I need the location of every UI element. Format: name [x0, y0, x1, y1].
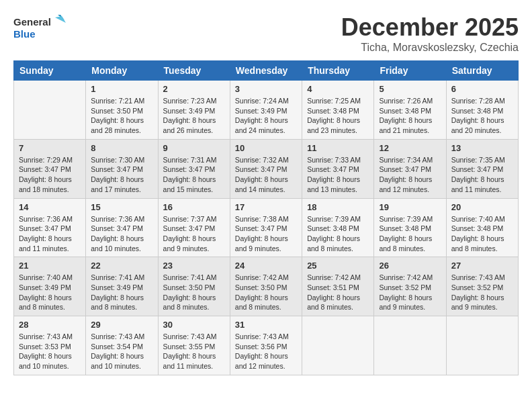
- day-number: 24: [235, 261, 297, 271]
- day-cell: 15 Sunrise: 7:36 AMSunset: 3:47 PMDaylig…: [86, 198, 158, 257]
- day-cell: 24 Sunrise: 7:42 AMSunset: 3:50 PMDaylig…: [230, 257, 302, 316]
- day-number: 28: [19, 320, 81, 330]
- day-number: 5: [379, 84, 441, 94]
- day-cell: 10 Sunrise: 7:32 AMSunset: 3:47 PMDaylig…: [230, 139, 302, 198]
- day-info: Sunrise: 7:42 AMSunset: 3:52 PMDaylight:…: [379, 273, 441, 312]
- day-cell: 29 Sunrise: 7:43 AMSunset: 3:54 PMDaylig…: [86, 316, 158, 375]
- day-cell: [14, 81, 86, 140]
- day-number: 14: [19, 202, 81, 212]
- day-info: Sunrise: 7:37 AMSunset: 3:47 PMDaylight:…: [163, 214, 225, 254]
- day-number: 19: [379, 202, 441, 212]
- day-cell: 22 Sunrise: 7:41 AMSunset: 3:49 PMDaylig…: [86, 257, 158, 316]
- day-info: Sunrise: 7:43 AMSunset: 3:52 PMDaylight:…: [451, 273, 513, 312]
- day-number: 11: [307, 143, 369, 153]
- day-number: 27: [451, 261, 513, 271]
- day-cell: 21 Sunrise: 7:40 AMSunset: 3:49 PMDaylig…: [14, 257, 86, 316]
- day-cell: 1 Sunrise: 7:21 AMSunset: 3:50 PMDayligh…: [86, 81, 158, 140]
- header-friday: Friday: [374, 61, 446, 81]
- day-info: Sunrise: 7:31 AMSunset: 3:47 PMDaylight:…: [163, 155, 225, 195]
- day-cell: 19 Sunrise: 7:39 AMSunset: 3:48 PMDaylig…: [374, 198, 446, 257]
- header-row: Sunday Monday Tuesday Wednesday Thursday…: [14, 61, 519, 81]
- day-cell: 20 Sunrise: 7:40 AMSunset: 3:48 PMDaylig…: [446, 198, 518, 257]
- day-cell: 6 Sunrise: 7:28 AMSunset: 3:48 PMDayligh…: [446, 81, 518, 140]
- day-info: Sunrise: 7:36 AMSunset: 3:47 PMDaylight:…: [19, 214, 81, 254]
- day-number: 12: [379, 143, 441, 153]
- day-cell: 9 Sunrise: 7:31 AMSunset: 3:47 PMDayligh…: [158, 139, 230, 198]
- day-info: Sunrise: 7:29 AMSunset: 3:47 PMDaylight:…: [19, 155, 81, 195]
- day-info: Sunrise: 7:36 AMSunset: 3:47 PMDaylight:…: [91, 214, 152, 254]
- day-number: 8: [91, 143, 152, 153]
- day-info: Sunrise: 7:26 AMSunset: 3:48 PMDaylight:…: [379, 96, 441, 136]
- day-info: Sunrise: 7:43 AMSunset: 3:53 PMDaylight:…: [19, 332, 81, 371]
- day-number: 13: [451, 143, 513, 153]
- day-cell: 17 Sunrise: 7:38 AMSunset: 3:47 PMDaylig…: [230, 198, 302, 257]
- day-number: 23: [163, 261, 225, 271]
- day-info: Sunrise: 7:40 AMSunset: 3:48 PMDaylight:…: [451, 214, 513, 254]
- day-info: Sunrise: 7:43 AMSunset: 3:55 PMDaylight:…: [163, 332, 225, 371]
- week-row-5: 28 Sunrise: 7:43 AMSunset: 3:53 PMDaylig…: [14, 316, 519, 375]
- day-cell: 16 Sunrise: 7:37 AMSunset: 3:47 PMDaylig…: [158, 198, 230, 257]
- week-row-3: 14 Sunrise: 7:36 AMSunset: 3:47 PMDaylig…: [14, 198, 519, 257]
- day-cell: 11 Sunrise: 7:33 AMSunset: 3:47 PMDaylig…: [302, 139, 374, 198]
- day-info: Sunrise: 7:33 AMSunset: 3:47 PMDaylight:…: [307, 155, 369, 195]
- day-cell: [302, 316, 374, 375]
- day-cell: 2 Sunrise: 7:23 AMSunset: 3:49 PMDayligh…: [158, 81, 230, 140]
- day-cell: 18 Sunrise: 7:39 AMSunset: 3:48 PMDaylig…: [302, 198, 374, 257]
- day-number: 10: [235, 143, 297, 153]
- day-info: Sunrise: 7:32 AMSunset: 3:47 PMDaylight:…: [235, 155, 297, 195]
- header-thursday: Thursday: [302, 61, 374, 81]
- day-cell: 8 Sunrise: 7:30 AMSunset: 3:47 PMDayligh…: [86, 139, 158, 198]
- day-info: Sunrise: 7:41 AMSunset: 3:50 PMDaylight:…: [163, 273, 225, 312]
- day-info: Sunrise: 7:28 AMSunset: 3:48 PMDaylight:…: [451, 96, 513, 136]
- day-number: 17: [235, 202, 297, 212]
- day-cell: 26 Sunrise: 7:42 AMSunset: 3:52 PMDaylig…: [374, 257, 446, 316]
- day-number: 31: [235, 320, 297, 330]
- day-number: 25: [307, 261, 369, 271]
- day-cell: 25 Sunrise: 7:42 AMSunset: 3:51 PMDaylig…: [302, 257, 374, 316]
- day-cell: 14 Sunrise: 7:36 AMSunset: 3:47 PMDaylig…: [14, 198, 86, 257]
- day-number: 20: [451, 202, 513, 212]
- day-cell: 30 Sunrise: 7:43 AMSunset: 3:55 PMDaylig…: [158, 316, 230, 375]
- day-number: 1: [91, 84, 152, 94]
- day-info: Sunrise: 7:42 AMSunset: 3:50 PMDaylight:…: [235, 273, 297, 312]
- location-subtitle: Ticha, Moravskoslezsky, Czechia: [341, 42, 519, 54]
- day-number: 2: [163, 84, 225, 94]
- svg-marker-2: [55, 16, 66, 23]
- header-sunday: Sunday: [14, 61, 86, 81]
- svg-text:General: General: [13, 16, 51, 28]
- week-row-2: 7 Sunrise: 7:29 AMSunset: 3:47 PMDayligh…: [14, 139, 519, 198]
- day-cell: 5 Sunrise: 7:26 AMSunset: 3:48 PMDayligh…: [374, 81, 446, 140]
- day-info: Sunrise: 7:35 AMSunset: 3:47 PMDaylight:…: [451, 155, 513, 195]
- day-number: 16: [163, 202, 225, 212]
- day-number: 4: [307, 84, 369, 94]
- day-cell: 31 Sunrise: 7:43 AMSunset: 3:56 PMDaylig…: [230, 316, 302, 375]
- month-title: December 2025: [341, 13, 519, 42]
- day-number: 15: [91, 202, 152, 212]
- day-info: Sunrise: 7:21 AMSunset: 3:50 PMDaylight:…: [91, 96, 152, 136]
- title-block: December 2025 Ticha, Moravskoslezsky, Cz…: [341, 13, 519, 54]
- day-cell: [374, 316, 446, 375]
- day-cell: 3 Sunrise: 7:24 AMSunset: 3:49 PMDayligh…: [230, 81, 302, 140]
- day-info: Sunrise: 7:25 AMSunset: 3:48 PMDaylight:…: [307, 96, 369, 136]
- day-info: Sunrise: 7:34 AMSunset: 3:47 PMDaylight:…: [379, 155, 441, 195]
- day-number: 30: [163, 320, 225, 330]
- day-cell: 27 Sunrise: 7:43 AMSunset: 3:52 PMDaylig…: [446, 257, 518, 316]
- day-info: Sunrise: 7:43 AMSunset: 3:54 PMDaylight:…: [91, 332, 152, 371]
- day-cell: 23 Sunrise: 7:41 AMSunset: 3:50 PMDaylig…: [158, 257, 230, 316]
- header-monday: Monday: [86, 61, 158, 81]
- day-info: Sunrise: 7:23 AMSunset: 3:49 PMDaylight:…: [163, 96, 225, 136]
- day-info: Sunrise: 7:39 AMSunset: 3:48 PMDaylight:…: [379, 214, 441, 254]
- day-number: 3: [235, 84, 297, 94]
- day-number: 22: [91, 261, 152, 271]
- header-saturday: Saturday: [446, 61, 518, 81]
- day-number: 9: [163, 143, 225, 153]
- day-info: Sunrise: 7:24 AMSunset: 3:49 PMDaylight:…: [235, 96, 297, 136]
- day-number: 26: [379, 261, 441, 271]
- logo-svg: General Blue: [13, 13, 67, 44]
- day-cell: 7 Sunrise: 7:29 AMSunset: 3:47 PMDayligh…: [14, 139, 86, 198]
- day-cell: 28 Sunrise: 7:43 AMSunset: 3:53 PMDaylig…: [14, 316, 86, 375]
- svg-text:Blue: Blue: [13, 28, 36, 40]
- day-cell: 13 Sunrise: 7:35 AMSunset: 3:47 PMDaylig…: [446, 139, 518, 198]
- day-number: 6: [451, 84, 513, 94]
- day-cell: 12 Sunrise: 7:34 AMSunset: 3:47 PMDaylig…: [374, 139, 446, 198]
